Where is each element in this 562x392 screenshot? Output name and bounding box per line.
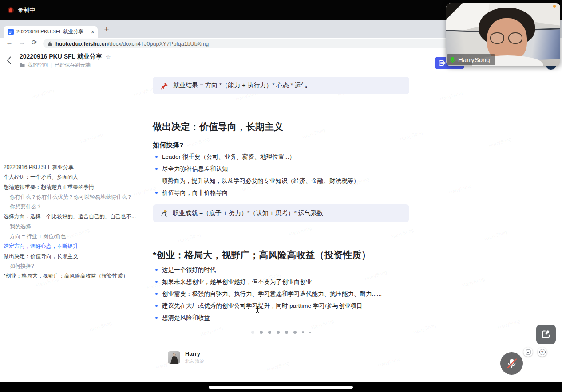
recording-icon[interactable]	[8, 7, 14, 13]
pagination-dot	[309, 332, 311, 333]
watermark-text: HarrySong	[497, 318, 521, 330]
bullet-dot	[155, 168, 158, 170]
pagination-dot	[260, 331, 263, 334]
outline-item[interactable]: 20220916 PKU SFL 就业分享	[4, 162, 150, 172]
outline-item[interactable]: *创业：格局大，视野广；高风险高收益（投资性质）	[4, 271, 150, 281]
outline-item[interactable]: 方向 = 行业 + 岗位/角色	[4, 231, 150, 241]
outline-item[interactable]: 选定方向，调好心态，不断提升	[4, 241, 150, 251]
author-name: Harry	[185, 350, 204, 357]
screen: 录制中 20220916 PKU SFL 就业分享 - × + ← → ⟳ hu…	[0, 0, 562, 392]
glasses-icon	[490, 32, 504, 44]
bullet-text: 这是一个很好的时代	[162, 266, 216, 274]
url-path: /docx/doxcn4TJ0pupXY7Ppfqa1bUbXmg	[108, 41, 209, 47]
bullet-dot	[155, 317, 158, 319]
mic-muted-icon	[506, 357, 518, 370]
bullet-dot	[155, 192, 158, 194]
callout-text: 就业结果 = 方向 *（能力 + 执行力）* 心态 * 运气	[173, 82, 307, 90]
participant-name: HarrySong	[458, 56, 490, 63]
glasses-icon	[508, 32, 522, 44]
author-avatar	[168, 351, 180, 364]
bullet-dot	[155, 281, 158, 283]
chevron-left-icon[interactable]	[7, 56, 11, 64]
bullet-item[interactable]: 这是一个很好的时代	[153, 264, 409, 276]
callout-text: 职业成就 =（底子 + 努力）*（认知 + 思考）* 运气系数	[173, 209, 323, 217]
callout-block[interactable]: 就业结果 = 方向 *（能力 + 执行力）* 心态 * 运气	[153, 77, 409, 94]
author-card[interactable]: Harry 北京 海淀	[168, 350, 204, 365]
pagination-dot	[268, 331, 271, 334]
bullet-list: 这是一个很好的时代如果未来想创业，越早创业越好，但不要为了创业而创业创业需要：极…	[153, 264, 409, 324]
outline-item[interactable]: 如何抉择?	[4, 261, 150, 271]
doc-content: 就业结果 = 方向 *（能力 + 执行力）* 心态 * 运气 做出决定：价值导向…	[153, 73, 409, 382]
url-domain: huokeduo.feishu.cn	[55, 41, 108, 47]
bullet-dot	[155, 305, 158, 307]
outline-item[interactable]: 你有什么？你有什么优势？你可以轻易地获得什么？	[4, 192, 150, 202]
tab-title: 20220916 PKU SFL 就业分享 -	[16, 28, 88, 35]
outline-item[interactable]: 个人经历：一个矛盾、多面的人	[4, 172, 150, 182]
watermark-text: HarrySong	[448, 183, 472, 195]
outline-item[interactable]: 我的选择	[4, 222, 150, 231]
star-icon[interactable]: ☆	[106, 54, 111, 60]
pushpin-icon	[161, 82, 168, 90]
mic-muted-button[interactable]	[500, 352, 523, 375]
bullet-list: Leader 很重要（公司、业务、薪资、地理位置...）尽全力弥补信息差和认知顺…	[153, 151, 409, 199]
bullet-item[interactable]: 想清楚风险和收益	[153, 312, 409, 324]
bullet-item[interactable]: 建议先在大厂或优秀的创业公司学习提升，同时 parttime 学习/参与创业项目	[153, 300, 409, 312]
bullet-item[interactable]: 如果未来想创业，越早创业越好，但不要为了创业而创业	[153, 276, 409, 288]
bullet-text: 如果未来想创业，越早创业越好，但不要为了创业而创业	[162, 278, 312, 286]
home-indicator	[209, 386, 353, 389]
doc-canvas: HarrySongHarrySongHarrySongHarrySongHarr…	[0, 73, 562, 382]
bullet-item[interactable]: 尽全力弥补信息差和认知	[153, 163, 409, 175]
mic-on-icon	[450, 56, 455, 63]
webcam-overlay[interactable]: HarrySong	[446, 3, 560, 66]
outline-item[interactable]: 想清楚很重要：想清楚真正重要的事情	[4, 182, 150, 192]
pagination-dot	[285, 331, 288, 334]
folder-icon	[20, 63, 25, 67]
watermark-text: HarrySong	[412, 322, 436, 335]
new-tab-button[interactable]: +	[102, 24, 111, 34]
bullet-text: 想清楚风险和收益	[162, 314, 210, 322]
bullet-text: 建议先在大厂或优秀的创业公司学习提升，同时 parttime 学习/参与创业项目	[162, 302, 363, 310]
recording-label: 录制中	[18, 6, 35, 14]
pencil-square-icon	[541, 329, 551, 340]
bullet-text: 尽全力弥补信息差和认知	[162, 165, 228, 173]
bullet-item[interactable]: Leader 很重要（公司、业务、薪资、地理位置...）	[153, 151, 409, 163]
doc-title: 20220916 PKU SFL 就业分享	[20, 53, 102, 61]
divider: |	[51, 63, 52, 68]
doc-outline: 20220916 PKU SFL 就业分享个人经历：一个矛盾、多面的人想清楚很重…	[4, 162, 150, 281]
bullet-dot	[155, 293, 158, 295]
section-heading[interactable]: *创业：格局大，视野广；高风险高收益（投资性质）	[153, 249, 371, 261]
text-line[interactable]: 顺势而为，提升认知，以及学习必要的专业知识（经济、金融、财法税等）	[153, 175, 409, 187]
question-icon: ?	[539, 349, 546, 355]
watermark-text: HarrySong	[488, 136, 512, 149]
browser-tab[interactable]: 20220916 PKU SFL 就业分享 - ×	[4, 26, 98, 38]
bullet-text: 价值导向，而非价格导向	[162, 189, 228, 197]
bullet-text: 顺势而为，提升认知，以及学习必要的专业知识（经济、金融、财法税等）	[162, 177, 360, 185]
help-button[interactable]: ?	[538, 347, 547, 357]
watermark-text: HarrySong	[31, 87, 55, 100]
lock-icon	[48, 41, 52, 47]
outline-item[interactable]: 做出决定：价值导向，长期主义	[4, 251, 150, 261]
callout-block[interactable]: 职业成就 =（底子 + 努力）*（认知 + 思考）* 运气系数	[153, 204, 409, 222]
annotate-button[interactable]	[536, 325, 556, 344]
camera-status-dot	[553, 5, 556, 8]
bullet-dot	[155, 156, 158, 158]
note-icon	[526, 349, 531, 355]
bullet-item[interactable]: 价值导向，而非价格导向	[153, 187, 409, 199]
section-heading[interactable]: 做出决定：价值导向，长期主义	[153, 121, 283, 133]
pagination-dot	[277, 331, 280, 334]
save-status: 已经保存到云端	[55, 62, 91, 68]
sub-heading[interactable]: 如何抉择?	[153, 141, 183, 149]
pagination-dot	[251, 331, 254, 334]
watermark-text: HarrySong	[461, 276, 485, 288]
outline-item[interactable]: 选择方向：选择一个比较好的、适合自己的、自己也不...	[4, 212, 150, 221]
bullet-item[interactable]: 创业需要：极强的自驱力、执行力、学习意愿和学习迭代能力、抗压能力、耐力.....…	[153, 288, 409, 300]
author-location: 北京 海淀	[185, 358, 204, 365]
doc-location[interactable]: 我的空间	[28, 62, 48, 68]
forward-button[interactable]: →	[17, 39, 27, 46]
camera-icon	[439, 60, 446, 66]
back-button[interactable]: ←	[4, 39, 14, 46]
bookmark-note-button[interactable]	[523, 347, 533, 357]
outline-item[interactable]: 你想要什么？	[4, 202, 150, 212]
reload-button[interactable]: ⟳	[29, 39, 39, 47]
tab-close-icon[interactable]: ×	[91, 29, 95, 35]
